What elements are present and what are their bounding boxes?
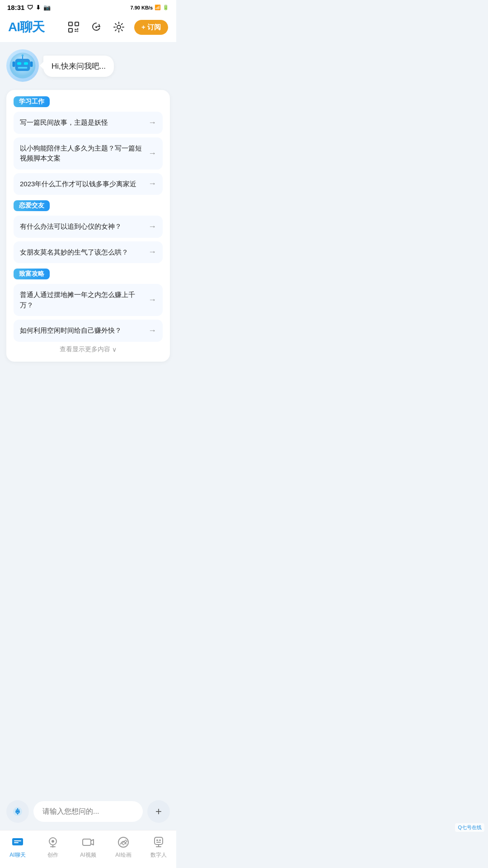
nav-label-draw: AI绘画: [115, 851, 131, 859]
network-speed: 7.90 KB/s: [130, 5, 153, 10]
signal-icon: 📶: [155, 5, 161, 10]
header: AI聊天 + 订阅: [0, 14, 176, 42]
badge-romance: 恋爱交友: [14, 200, 50, 211]
input-bar: +: [0, 795, 176, 830]
show-more-text: 查看显示更多内容: [60, 345, 110, 354]
header-icons: + 订阅: [66, 20, 168, 35]
svg-rect-23: [155, 837, 163, 844]
digital-nav-icon: [151, 835, 166, 849]
category-romance: 恋爱交友 有什么办法可以追到心仪的女神？ → 女朋友莫名其妙的生气了该怎么哄？ …: [14, 200, 163, 263]
category-wealth: 致富攻略 普通人通过摆地摊一年之内怎么赚上千万？ → 如何利用空闲时间给自己赚外…: [14, 269, 163, 342]
svg-point-4: [117, 25, 121, 29]
svg-point-3: [95, 26, 97, 28]
suggestion-text: 2023年什么工作才可以钱多事少离家近: [20, 179, 145, 189]
nav-label-chat: AI聊天: [9, 851, 25, 859]
nav-item-digital[interactable]: 数字人: [145, 835, 172, 859]
settings-icon[interactable]: [112, 20, 126, 34]
svg-point-11: [22, 54, 24, 57]
status-time: 18:31: [7, 4, 24, 11]
suggestion-item[interactable]: 如何利用空闲时间给自己赚外快？ →: [14, 320, 163, 342]
robot-avatar: [6, 49, 39, 82]
arrow-icon: →: [148, 222, 156, 231]
chat-area: Hi,快来问我吧... 学习工作 写一篇民间故事，主题是妖怪 → 以小狗能陪伴主…: [0, 42, 176, 795]
video-nav-icon: [81, 835, 95, 849]
create-nav-icon: [46, 835, 60, 849]
suggestion-item[interactable]: 以小狗能陪伴主人多久为主题？写一篇短视频脚本文案 →: [14, 137, 163, 170]
greeting-text: Hi,快来问我吧...: [52, 62, 106, 71]
nav-item-create[interactable]: 创作: [39, 835, 66, 859]
robot-greeting: Hi,快来问我吧...: [6, 49, 170, 82]
chevron-down-icon: ∨: [112, 346, 117, 353]
bottom-nav: AI聊天 创作 AI视频 AI绘画: [0, 830, 176, 868]
status-left: 18:31 🛡 ⬇ 📷: [7, 4, 51, 11]
draw-nav-icon: [116, 835, 131, 849]
battery-icon: 🔋: [163, 5, 169, 10]
nav-label-create: 创作: [47, 851, 58, 859]
svg-rect-25: [159, 840, 161, 841]
svg-rect-9: [18, 67, 28, 69]
suggestion-text: 写一篇民间故事，主题是妖怪: [20, 118, 145, 128]
badge-study: 学习工作: [14, 96, 50, 107]
suggestion-item[interactable]: 2023年什么工作才可以钱多事少离家近 →: [14, 173, 163, 195]
camera-icon: 📷: [43, 4, 51, 11]
suggestion-text: 以小狗能陪伴主人多久为主题？写一篇短视频脚本文案: [20, 143, 145, 164]
nav-item-video[interactable]: AI视频: [75, 835, 102, 859]
nav-label-digital: 数字人: [150, 851, 167, 859]
shield-icon: 🛡: [27, 4, 33, 11]
chat-nav-icon: [10, 835, 25, 849]
nav-item-draw[interactable]: AI绘画: [110, 835, 137, 859]
suggestion-text: 普通人通过摆地摊一年之内怎么赚上千万？: [20, 290, 145, 310]
arrow-icon: →: [148, 118, 156, 127]
badge-wealth: 致富攻略: [14, 269, 50, 279]
suggestion-card: 学习工作 写一篇民间故事，主题是妖怪 → 以小狗能陪伴主人多久为主题？写一篇短视…: [6, 90, 170, 362]
logo-ai: AI: [8, 20, 20, 34]
suggestion-text: 如何利用空闲时间给自己赚外快？: [20, 326, 145, 336]
nav-item-chat[interactable]: AI聊天: [4, 835, 31, 859]
arrow-icon: →: [148, 295, 156, 305]
svg-rect-24: [156, 840, 158, 841]
svg-rect-12: [13, 61, 15, 67]
logo-chat: 聊天: [20, 20, 44, 34]
svg-point-20: [52, 840, 54, 843]
svg-rect-0: [69, 22, 72, 26]
status-right: 7.90 KB/s 📶 🔋: [130, 5, 169, 10]
show-more-button[interactable]: 查看显示更多内容 ∨: [14, 342, 163, 355]
arrow-icon: →: [148, 149, 156, 158]
svg-rect-21: [83, 839, 91, 845]
svg-rect-2: [69, 28, 72, 32]
suggestion-text: 女朋友莫名其妙的生气了该怎么哄？: [20, 247, 145, 258]
arrow-icon: →: [148, 179, 156, 189]
nav-label-video: AI视频: [80, 851, 96, 859]
chat-input[interactable]: [33, 801, 143, 822]
svg-rect-1: [75, 22, 79, 26]
svg-rect-7: [17, 62, 21, 65]
scan-icon[interactable]: [66, 20, 81, 34]
download-icon: ⬇: [36, 4, 41, 11]
suggestion-item[interactable]: 有什么办法可以追到心仪的女神？ →: [14, 216, 163, 238]
suggestion-text: 有什么办法可以追到心仪的女神？: [20, 222, 145, 232]
suggestion-item[interactable]: 女朋友莫名其妙的生气了该怎么哄？ →: [14, 241, 163, 264]
svg-rect-8: [24, 62, 28, 65]
arrow-icon: →: [148, 247, 156, 257]
subscribe-button[interactable]: + 订阅: [134, 20, 168, 35]
suggestion-item[interactable]: 写一篇民间故事，主题是妖怪 →: [14, 112, 163, 134]
refresh-icon[interactable]: [89, 20, 103, 34]
suggestion-item[interactable]: 普通人通过摆地摊一年之内怎么赚上千万？ →: [14, 284, 163, 316]
status-bar: 18:31 🛡 ⬇ 📷 7.90 KB/s 📶 🔋: [0, 0, 176, 14]
arrow-icon: →: [148, 326, 156, 335]
voice-button[interactable]: [6, 800, 29, 823]
logo: AI聊天: [8, 19, 44, 36]
svg-rect-13: [30, 61, 33, 67]
svg-rect-6: [15, 59, 30, 71]
add-button[interactable]: +: [147, 800, 170, 823]
robot-bubble: Hi,快来问我吧...: [43, 56, 114, 77]
category-study: 学习工作 写一篇民间故事，主题是妖怪 → 以小狗能陪伴主人多久为主题？写一篇短视…: [14, 96, 163, 195]
